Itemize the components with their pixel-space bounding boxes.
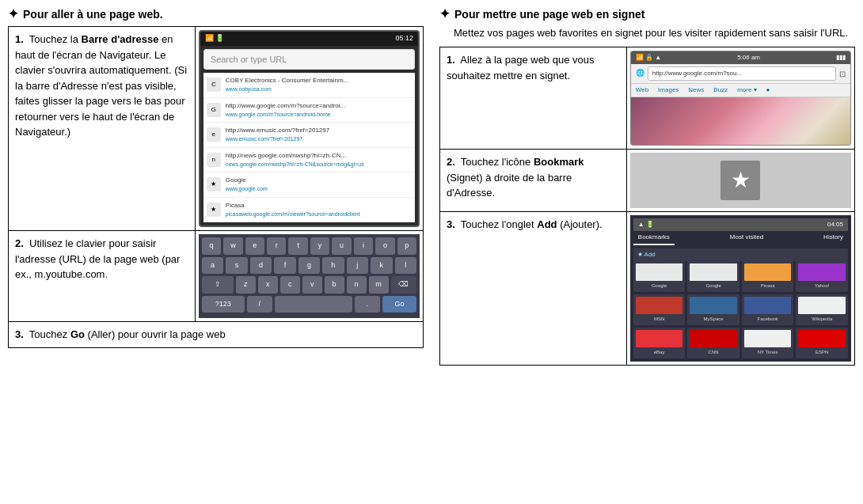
- bookmark-label: eBay: [636, 349, 683, 356]
- list-item-text-2: http://www.google.com/m?source=androi...…: [226, 101, 412, 119]
- bookmark-myspace[interactable]: MySpace: [687, 294, 739, 325]
- bookmark-cnn[interactable]: CNN: [687, 328, 739, 358]
- tab-bookmarks[interactable]: Bookmarks: [633, 231, 675, 245]
- key-f[interactable]: f: [274, 257, 295, 275]
- key-shift[interactable]: ⇧: [202, 276, 234, 294]
- bookmark-facebook[interactable]: Facebook: [742, 294, 794, 325]
- key-b[interactable]: b: [325, 276, 344, 294]
- tab-images[interactable]: Images: [653, 84, 683, 97]
- key-e[interactable]: e: [245, 237, 264, 255]
- key-go[interactable]: Go: [382, 296, 416, 313]
- key-m[interactable]: m: [369, 276, 389, 294]
- tab-most-visited[interactable]: Most visited: [725, 231, 768, 245]
- tab-web[interactable]: Web: [631, 84, 653, 97]
- bookmark-label: Picasa: [744, 282, 792, 290]
- key-slash[interactable]: /: [247, 296, 272, 313]
- left-table: 1. Touchez la Barre d'adresse en haut de…: [8, 26, 424, 348]
- bookmark-label: ESPN: [798, 349, 846, 356]
- key-w[interactable]: w: [223, 237, 242, 255]
- bookmark-google-2[interactable]: Google: [687, 261, 739, 292]
- bookmark-wikipedia[interactable]: Wikipedia: [796, 294, 848, 325]
- key-d[interactable]: d: [250, 257, 272, 275]
- bookmark-msn[interactable]: MSN: [633, 294, 686, 325]
- list-item-text-1: COBY Electronics - Consumer Entertainm..…: [226, 76, 412, 94]
- key-k[interactable]: k: [371, 257, 392, 275]
- bookmark-thumb: [744, 330, 792, 347]
- key-o[interactable]: o: [375, 237, 394, 255]
- list-item: G http://www.google.com/m?source=androi.…: [203, 98, 415, 123]
- key-i[interactable]: i: [354, 237, 373, 255]
- key-p[interactable]: p: [397, 237, 416, 255]
- bookmark-yahoo[interactable]: Yahoo!: [796, 261, 848, 292]
- bookmark-thumb: [744, 297, 792, 314]
- key-c[interactable]: c: [280, 276, 300, 294]
- table-row: 2. Utilisez le clavier pour saisir l'adr…: [9, 231, 424, 322]
- tab-more[interactable]: more ▾: [732, 84, 761, 97]
- key-numbers[interactable]: ?123: [202, 296, 245, 313]
- favicon-1: C: [207, 78, 221, 92]
- key-space[interactable]: [275, 296, 352, 313]
- bookmark-thumb: [744, 263, 792, 281]
- keyboard-row-2: a s d f g h j k l: [202, 257, 416, 275]
- table-row: 3. Touchez l'onglet Add (Ajouter). ▲ 🔋 0…: [440, 212, 855, 366]
- bookmark-thumb: [798, 297, 846, 314]
- key-z[interactable]: z: [236, 276, 256, 294]
- key-y[interactable]: y: [310, 237, 329, 255]
- bookmark-thumb: [636, 263, 683, 281]
- bookmark-label: CNN: [690, 349, 737, 356]
- key-x[interactable]: x: [258, 276, 278, 294]
- step-1-image: 📶 🔋 05:12 Search or type URL C: [195, 27, 423, 231]
- tab-dot[interactable]: ●: [762, 84, 775, 97]
- key-t[interactable]: t: [288, 237, 307, 255]
- key-l[interactable]: l: [395, 257, 416, 275]
- right-status-icons: 📶 🔒 ▲: [636, 53, 661, 63]
- tab-history[interactable]: History: [819, 231, 848, 245]
- page-layout: ✦ Pour aller à une page web. 1. Touchez …: [8, 8, 855, 366]
- list-item: ★ Google www.google.com: [203, 172, 415, 198]
- key-backspace[interactable]: ⌫: [391, 276, 416, 294]
- browser-list: C COBY Electronics - Consumer Entertainm…: [203, 73, 415, 222]
- bookmark-picasa[interactable]: Picasa: [742, 261, 794, 292]
- phone-url-input[interactable]: http://www.google.com/m?sou...: [648, 66, 836, 81]
- browser-status-bar: 📶 🔋 05:12: [200, 32, 418, 46]
- key-r[interactable]: r: [267, 237, 286, 255]
- key-g[interactable]: g: [298, 257, 320, 275]
- status-time: 05:12: [395, 33, 413, 44]
- key-s[interactable]: s: [226, 257, 247, 275]
- phone-browser-screen: 📶 🔋 05:12 Search or type URL C: [199, 30, 420, 227]
- key-a[interactable]: a: [202, 257, 223, 275]
- bookmark-espn[interactable]: ESPN: [796, 328, 848, 358]
- bookmark-star-icon[interactable]: ★: [720, 161, 760, 200]
- key-h[interactable]: h: [322, 257, 344, 275]
- step-1-num: 1.: [15, 33, 24, 45]
- bookmark-icon-screen: ★: [630, 153, 851, 208]
- keyboard-row-3: ⇧ z x c v b n m ⌫: [202, 276, 416, 294]
- list-item-text-3: http://www.emusic.com/?fref=201297 www.e…: [226, 126, 412, 144]
- left-title: ✦ Pour aller à une page web.: [8, 8, 424, 21]
- key-j[interactable]: j: [347, 257, 368, 275]
- tab-buzz[interactable]: Buzz: [709, 84, 732, 97]
- step-3-text: 3. Touchez Go (Aller) pour ouvrir la pag…: [9, 322, 424, 348]
- right-battery: ▮▮▮: [836, 53, 846, 63]
- key-n[interactable]: n: [347, 276, 367, 294]
- key-q[interactable]: q: [202, 237, 221, 255]
- bookmark-google-1[interactable]: Google: [633, 261, 686, 292]
- key-v[interactable]: v: [302, 276, 322, 294]
- add-bookmark-button[interactable]: ★ Add: [633, 248, 848, 261]
- bookmark-nytimes[interactable]: NY Times: [742, 328, 794, 358]
- key-period[interactable]: .: [355, 296, 380, 313]
- browser-url-bar[interactable]: Search or type URL: [203, 49, 415, 70]
- list-item: e http://www.emusic.com/?fref=201297 www…: [203, 123, 415, 148]
- bookmark-label: Google: [690, 282, 737, 290]
- key-u[interactable]: u: [332, 237, 351, 255]
- bookmark-ebay[interactable]: eBay: [633, 328, 686, 358]
- phone-url-bar: 🌐 http://www.google.com/m?sou... ⊡: [631, 64, 850, 84]
- favicon-6: ★: [207, 203, 221, 217]
- bookmarks-grid: Google Google Picasa: [633, 261, 848, 358]
- phone-webpage-content: [631, 97, 850, 145]
- table-row: 3. Touchez Go (Aller) pour ouvrir la pag…: [9, 322, 424, 348]
- globe-icon: 🌐: [636, 68, 644, 79]
- bookmark-outline-icon[interactable]: ⊡: [839, 68, 846, 80]
- tab-news[interactable]: News: [683, 84, 709, 97]
- right-table: 1. Allez à la page web que vous souhaite…: [439, 47, 855, 366]
